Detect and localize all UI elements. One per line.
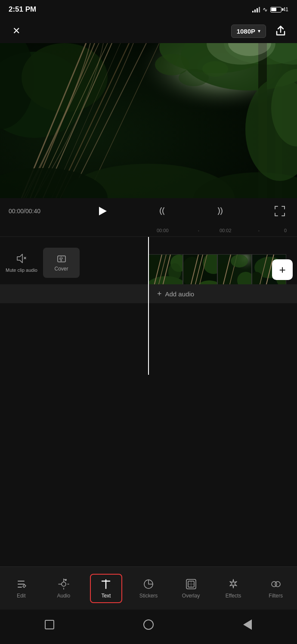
nav-item-overlay[interactable]: Overlay	[175, 575, 207, 602]
video-preview	[0, 43, 297, 198]
back-button[interactable]	[138, 614, 159, 635]
forest-scene	[0, 43, 297, 198]
add-plus-icon: +	[279, 263, 285, 277]
battery-icon	[270, 7, 282, 12]
text-icon	[100, 578, 112, 590]
cover-button[interactable]: Cover	[43, 248, 80, 278]
close-button[interactable]: ✕	[9, 23, 24, 39]
nav-label-filters: Filters	[269, 593, 283, 599]
mute-clip-button[interactable]: Mute clip audio	[0, 248, 43, 277]
signal-bars-icon	[252, 6, 260, 12]
mute-label: Mute clip audio	[6, 267, 37, 273]
back-icon	[243, 619, 252, 630]
thumbnail-2	[183, 254, 217, 289]
mute-icon	[15, 252, 28, 264]
thumbnail-3	[217, 254, 252, 289]
svg-point-66	[62, 582, 66, 586]
add-audio-plus-icon: +	[157, 289, 162, 299]
resolution-label: 1080P	[237, 28, 255, 35]
cover-icon	[57, 254, 66, 264]
svg-point-67	[65, 579, 67, 581]
export-button[interactable]	[273, 23, 288, 39]
system-nav-bar	[0, 610, 297, 644]
overlay-icon	[185, 578, 197, 590]
edit-icon	[15, 578, 27, 590]
nav-label-stickers: Stickers	[139, 593, 158, 599]
nav-label-audio: Audio	[57, 593, 70, 599]
forward-icon	[215, 205, 227, 217]
resolution-button[interactable]: 1080P ▾	[231, 25, 266, 38]
close-icon: ✕	[12, 25, 20, 37]
nav-item-filters[interactable]: Filters	[260, 575, 292, 602]
forward-button[interactable]	[212, 202, 229, 220]
fullscreen-icon	[274, 205, 285, 217]
status-bar: 2:51 PM ∿ 41	[0, 0, 297, 19]
fullscreen-button[interactable]	[271, 202, 288, 220]
chevron-down-icon: ▾	[258, 28, 260, 34]
nav-item-effects[interactable]: Effects	[217, 575, 250, 602]
wifi-icon: ∿	[263, 6, 268, 13]
stickers-icon	[142, 578, 155, 590]
export-icon	[275, 25, 286, 37]
time-marker-2: 00:02	[220, 228, 232, 233]
time-marker-0: 00:00	[157, 228, 169, 233]
svg-line-34	[59, 259, 60, 260]
nav-label-overlay: Overlay	[182, 593, 200, 599]
thumbnail-1	[148, 254, 183, 289]
svg-marker-30	[17, 254, 22, 263]
nav-item-text[interactable]: Text	[90, 574, 122, 603]
status-time: 2:51 PM	[9, 5, 36, 14]
add-clip-button[interactable]: +	[272, 259, 293, 280]
editor-area: Mute clip audio Cover	[0, 237, 297, 375]
play-icon	[99, 207, 107, 215]
nav-label-edit: Edit	[17, 593, 26, 599]
time-dot-2: •	[258, 229, 260, 233]
time-display: 00:00/00:40	[9, 208, 52, 215]
nav-item-stickers[interactable]: Stickers	[132, 575, 164, 602]
svg-point-27	[202, 61, 228, 77]
bottom-nav: Edit Audio Text Stickers	[0, 566, 297, 610]
add-audio-label: Add audio	[165, 290, 195, 298]
rewind-icon	[155, 205, 167, 217]
controls-bar: 00:00/00:40	[0, 198, 297, 224]
status-icons: ∿ 41	[252, 6, 288, 13]
battery-container: 41	[270, 6, 288, 12]
filters-icon	[270, 578, 282, 590]
recents-icon	[45, 620, 54, 629]
time-marker-3: 0	[284, 228, 287, 233]
battery-level: 41	[283, 6, 288, 12]
playhead	[148, 237, 149, 375]
play-button[interactable]	[94, 202, 111, 220]
rewind-button[interactable]	[153, 202, 170, 220]
home-button[interactable]	[39, 614, 60, 635]
timeline-markers: 00:00 • 00:02 • 0	[0, 224, 297, 237]
nav-label-text: Text	[101, 593, 111, 599]
svg-point-56	[231, 255, 248, 268]
nav-item-audio[interactable]: Audio	[47, 575, 80, 602]
home-icon	[143, 619, 154, 630]
add-audio-button[interactable]: + Add audio	[148, 284, 203, 303]
cover-label: Cover	[54, 266, 68, 272]
forest-svg	[0, 43, 297, 198]
nav-label-effects: Effects	[226, 593, 241, 599]
top-bar: ✕ 1080P ▾	[0, 19, 297, 43]
nav-item-edit[interactable]: Edit	[5, 575, 37, 602]
recents-button[interactable]	[237, 614, 258, 635]
audio-icon	[58, 578, 70, 590]
time-dot-1: •	[198, 229, 199, 233]
svg-point-42	[168, 263, 181, 280]
effects-icon	[227, 578, 239, 590]
